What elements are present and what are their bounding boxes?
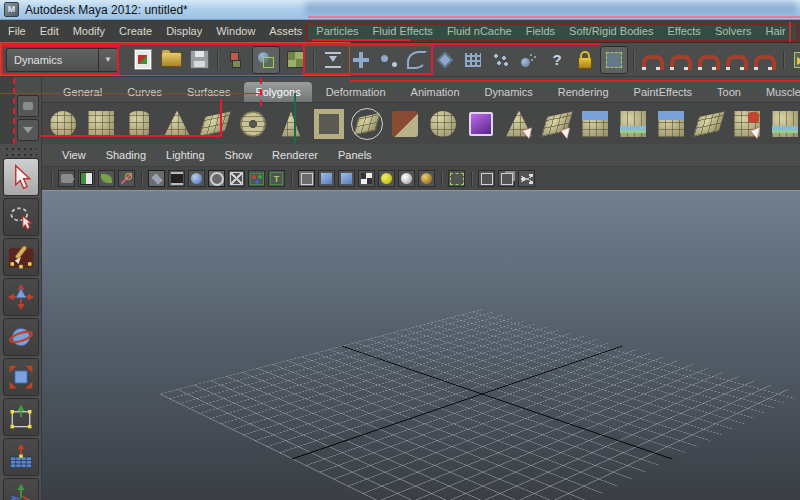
poly-cube-button[interactable] [84,107,118,141]
poly-pyramid-button[interactable] [274,107,308,141]
menu-item-window[interactable]: Window [216,25,255,37]
image-plane-button[interactable] [98,170,115,187]
help-button[interactable]: ? [544,47,570,73]
poly-cone-button[interactable] [160,107,194,141]
snap-to-plane-button[interactable] [724,47,750,73]
poly-sphere-button[interactable] [46,107,80,141]
select-by-hierarchy-button[interactable] [224,47,250,73]
lattice-button[interactable] [460,47,486,73]
joint-tool-button[interactable] [376,47,402,73]
exposure-button[interactable] [518,170,535,187]
shaded-all-button[interactable] [338,170,355,187]
soft-body-button[interactable] [432,47,458,73]
menu-item-edit[interactable]: Edit [40,25,59,37]
poly-pipe-button[interactable] [312,107,346,141]
soft-modification-tool[interactable] [3,438,39,476]
panel-menu-shading[interactable]: Shading [106,149,146,161]
menu-item-effects[interactable]: Effects [667,25,700,37]
bookmarks-button[interactable] [78,170,95,187]
chevron-down-icon[interactable]: ▼ [98,49,117,71]
menu-item-fluid-effects[interactable]: Fluid Effects [373,25,433,37]
poly-cylinder-button[interactable] [122,107,156,141]
menu-item-assets[interactable]: Assets [269,25,302,37]
panel-menu-view[interactable]: View [62,149,86,161]
perspective-viewport[interactable] [42,190,800,500]
particles-button[interactable] [488,47,514,73]
menu-item-display[interactable]: Display [166,25,202,37]
camera-attributes-button[interactable] [58,170,75,187]
panel-menu-renderer[interactable]: Renderer [272,149,318,161]
field-chart-button[interactable] [208,170,225,187]
safe-title-button[interactable] [248,170,265,187]
shelf-tab[interactable]: Polygons [244,82,311,102]
poly-extrude-button[interactable] [540,107,574,141]
poly-torus-button[interactable] [236,107,270,141]
move-tool[interactable] [3,278,39,316]
emitter-button[interactable] [516,47,542,73]
subdiv-proxy-button[interactable] [464,107,498,141]
shelf-tab[interactable]: Rendering [547,82,620,102]
poly-bevel-button[interactable] [502,107,536,141]
curve-tool-button[interactable] [404,47,430,73]
menu-item-fields[interactable]: Fields [526,25,555,37]
menu-item-hair[interactable]: Hair [766,25,786,37]
poly-separate-button[interactable] [692,107,726,141]
shelf-tab[interactable]: PaintEffects [623,82,704,102]
menu-item-particles[interactable]: Particles [316,25,358,37]
shelf-tab[interactable]: General [52,82,113,102]
shelf-tab-menu-button[interactable] [17,95,39,117]
menu-set-dropdown[interactable]: Dynamics ▼ [6,48,118,72]
safe-action-button[interactable] [228,170,245,187]
grid-toggle-button[interactable] [148,170,165,187]
wireframe-button[interactable] [298,170,315,187]
select-by-object-button[interactable] [252,46,280,74]
lock-button[interactable] [572,47,598,73]
xray-button[interactable] [478,170,495,187]
snap-to-grid-button[interactable] [640,47,666,73]
show-manipulator-tool[interactable] [3,478,39,500]
menu-item-file[interactable]: File [8,25,26,37]
menu-item-fluid-ncache[interactable]: Fluid nCache [447,25,512,37]
lasso-tool[interactable] [3,198,39,236]
film-gate-button[interactable] [168,170,185,187]
poly-platonic-button[interactable] [350,107,384,141]
save-scene-button[interactable] [186,47,212,73]
make-live-button[interactable] [752,47,778,73]
shelf-tab[interactable]: Muscle [755,82,800,102]
shaded-button[interactable] [318,170,335,187]
text-hud-button[interactable]: T [268,170,285,187]
shelf-tab[interactable]: Toon [706,82,752,102]
open-scene-button[interactable] [158,47,184,73]
menu-item-soft-rigid-bodies[interactable]: Soft/Rigid Bodies [569,25,653,37]
snap-to-curve-button[interactable] [668,47,694,73]
xray-joints-button[interactable] [498,170,515,187]
shelf-tab[interactable]: Surfaces [176,82,241,102]
particle-tool-button[interactable] [348,47,374,73]
rotate-tool[interactable] [3,318,39,356]
select-by-component-button[interactable] [282,47,308,73]
sculpt-geometry-button[interactable] [388,107,422,141]
menu-item-modify[interactable]: Modify [73,25,105,37]
highlight-selection-button[interactable] [600,46,628,74]
panel-menu-panels[interactable]: Panels [338,149,372,161]
poly-mirror-button[interactable] [768,107,800,141]
menu-item-solvers[interactable]: Solvers [715,25,752,37]
shelf-menu-button[interactable] [17,119,39,141]
panel-menu-lighting[interactable]: Lighting [166,149,205,161]
shadows-button[interactable] [418,170,435,187]
use-all-lights-button[interactable] [378,170,395,187]
shelf-tab[interactable]: Animation [400,82,471,102]
poly-combine-button[interactable] [616,107,650,141]
shelf-tab[interactable]: Dynamics [474,82,544,102]
isolate-select-button[interactable] [448,170,465,187]
panel-menu-show[interactable]: Show [225,149,253,161]
menu-item-create[interactable]: Create [119,25,152,37]
universal-manipulator-tool[interactable] [3,398,39,436]
default-lighting-button[interactable] [398,170,415,187]
gate-mask-button[interactable] [188,170,205,187]
shelf-tab[interactable]: Curves [116,82,173,102]
show-manipulator-lines-button[interactable] [320,47,346,73]
paint-selection-tool[interactable] [3,238,39,276]
shelf-tab[interactable]: Deformation [315,82,397,102]
2d-pan-zoom-button[interactable] [118,170,135,187]
